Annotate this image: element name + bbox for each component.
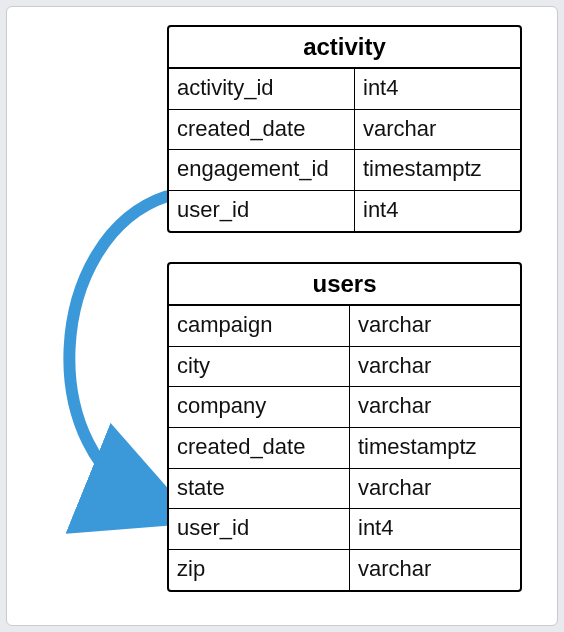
col-type: varchar	[349, 468, 520, 509]
col-name: campaign	[169, 306, 349, 346]
col-name: company	[169, 386, 349, 427]
table-activity: activity activity_id int4 created_date v…	[167, 25, 522, 233]
col-type: timestamptz	[349, 427, 520, 468]
col-name: engagement_id	[169, 149, 354, 190]
table-users: users campaign varchar city varchar comp…	[167, 262, 522, 592]
col-name: city	[169, 346, 349, 387]
col-name: zip	[169, 549, 349, 590]
col-type: int4	[354, 190, 520, 231]
col-name: created_date	[169, 109, 354, 150]
col-type: int4	[354, 69, 520, 109]
col-name: user_id	[169, 190, 354, 231]
col-type: varchar	[349, 346, 520, 387]
diagram-canvas: activity activity_id int4 created_date v…	[6, 6, 558, 626]
col-type: varchar	[349, 386, 520, 427]
col-name: created_date	[169, 427, 349, 468]
col-type: varchar	[354, 109, 520, 150]
table-users-title: users	[169, 264, 520, 306]
col-type: timestamptz	[354, 149, 520, 190]
col-name: state	[169, 468, 349, 509]
col-type: varchar	[349, 549, 520, 590]
table-activity-title: activity	[169, 27, 520, 69]
col-name: user_id	[169, 508, 349, 549]
col-name: activity_id	[169, 69, 354, 109]
col-type: int4	[349, 508, 520, 549]
col-type: varchar	[349, 306, 520, 346]
